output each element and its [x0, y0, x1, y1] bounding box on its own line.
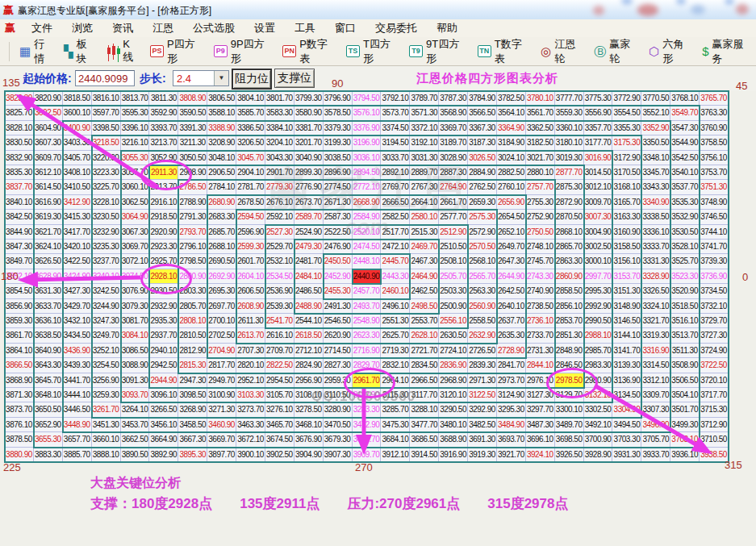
menu-item-7[interactable]: 窗口: [325, 19, 365, 37]
grid-cell: 2546.50: [324, 314, 353, 328]
toolbar-item-P四方形[interactable]: PSP四方形: [150, 37, 203, 66]
menu-item-8[interactable]: 交易委托: [365, 19, 427, 37]
toolbar-item-T四方形[interactable]: TST四方形: [346, 37, 398, 66]
start-price-input[interactable]: [75, 70, 135, 86]
grid-cell: 3374.50: [381, 121, 410, 135]
grid-cell: 2522.50: [324, 225, 353, 240]
grid-cell: 2976.10: [526, 373, 555, 388]
support-button[interactable]: 支撑位: [274, 69, 315, 88]
grid-cell: 2750.50: [526, 225, 555, 240]
grid-cell: 3652.90: [34, 418, 63, 432]
toolbar-item-行情[interactable]: ▦行情: [19, 37, 52, 66]
grid-cell: 2503.30: [439, 284, 468, 298]
toolbar-item-9P四方形[interactable]: P99P四方形: [214, 37, 271, 66]
toolbar-item-K线[interactable]: K线: [107, 38, 140, 65]
grid-cell: 3638.50: [34, 328, 63, 343]
menu-item-5[interactable]: 设置: [244, 19, 285, 37]
grid-cell: 3873.70: [5, 402, 34, 417]
grid-cell: 3408.10: [63, 165, 92, 180]
grid-cell: 3914.50: [410, 448, 439, 462]
grid-cell: 2918.50: [149, 210, 178, 224]
menu-item-3[interactable]: 江恩: [143, 19, 183, 37]
toolbar-item-9T四方形[interactable]: T99T四方形: [409, 37, 466, 66]
grid-cell: 3780.10: [526, 91, 555, 106]
grid-cell: 3883.30: [34, 448, 63, 462]
grid-cell: 3031.30: [410, 151, 439, 165]
grid-cell: 2565.70: [468, 269, 497, 284]
grid-cell: 3364.90: [497, 121, 526, 135]
grid-cell: 3489.70: [555, 418, 584, 432]
toolbar-item-赢家服务[interactable]: $赢家服务: [702, 37, 750, 66]
grid-cell: 3432.10: [63, 314, 92, 328]
grid-cell: 2673.70: [294, 195, 324, 210]
menu-item-6[interactable]: 工具: [285, 19, 325, 37]
grid-cell: 2656.90: [497, 195, 526, 210]
toolbar-item-label: 行情: [34, 37, 52, 66]
grid-cell: 3328.90: [641, 269, 670, 284]
grid-cell: 3218.50: [92, 135, 121, 150]
grid-cell: 2479.30: [294, 240, 324, 254]
grid-cell: 2904.10: [236, 165, 265, 180]
resistance-button[interactable]: 阻力位: [232, 69, 272, 90]
grid-cell: 2719.30: [381, 344, 410, 358]
grid-cell: 2791.30: [178, 210, 207, 224]
grid-cell: 3650.50: [34, 402, 63, 417]
grid-cell: 3501.70: [670, 402, 700, 417]
toolbar-item-六角形[interactable]: ⬡六角形: [649, 37, 691, 66]
menu-item-1[interactable]: 浏览: [62, 19, 102, 37]
toolbar-item-P数字表[interactable]: PNP数字表: [282, 37, 335, 66]
grid-cell: 3295.30: [497, 402, 526, 417]
grid-cell: 2623.30: [353, 328, 382, 343]
menu-item-0[interactable]: 文件: [22, 19, 62, 37]
toolbar-item-赢家轮[interactable]: Ⓑ赢家轮: [594, 37, 637, 66]
sector-blocks-icon: ▚: [64, 45, 73, 58]
grid-cell: 3127.30: [526, 388, 555, 402]
menu-item-2[interactable]: 资讯: [102, 19, 143, 37]
TN-badge-icon: TN: [478, 45, 491, 57]
grid-cell: 2601.70: [236, 254, 265, 269]
grid-cell: 3465.70: [265, 418, 294, 432]
grid-cell: 2596.90: [236, 225, 265, 240]
grid-cell: 2649.70: [497, 240, 526, 254]
grid-cell: 3252.10: [92, 344, 121, 358]
grid-cell: 2647.30: [497, 254, 526, 269]
toolbar-item-T数字表[interactable]: TNT数字表: [478, 37, 529, 66]
grid-cell: 2954.50: [265, 373, 294, 388]
grid-cell: 2460.10: [381, 284, 410, 298]
grid-cell: 2733.70: [526, 328, 555, 343]
grid-cell: 3612.10: [34, 165, 63, 180]
combo-arrow-icon[interactable]: ▼: [214, 71, 228, 85]
grid-cell: 3681.70: [353, 432, 382, 447]
grid-cell: 2913.70: [149, 180, 178, 194]
menu-item-4[interactable]: 公式选股: [183, 19, 244, 37]
grid-cell: 3669.70: [207, 432, 236, 447]
grid-cell: 3609.70: [34, 151, 63, 165]
grid-cell: 3254.50: [92, 358, 121, 373]
menu-items: 文件浏览资讯江恩公式选股设置工具窗口交易委托帮助: [22, 19, 467, 37]
grid-cell: 3664.90: [149, 432, 178, 447]
menu-item-9[interactable]: 帮助: [427, 19, 467, 37]
step-combobox[interactable]: 2.4 ▼: [173, 70, 229, 86]
grid-cell: 3060.10: [121, 180, 150, 194]
grid-cell: 3564.10: [497, 106, 526, 120]
toolbar-item-板块[interactable]: ▚板块: [64, 37, 95, 66]
grid-cell: 3266.50: [149, 402, 178, 417]
grid-cell: 3667.30: [178, 432, 207, 447]
angle-label-90: 90: [332, 77, 343, 90]
grid-cell: 2793.70: [178, 225, 207, 240]
grid-cell: 3916.90: [439, 448, 468, 462]
grid-cell: 3093.70: [121, 388, 150, 402]
grid-cell: 2988.10: [584, 328, 613, 343]
grid-cell: 3499.30: [670, 418, 700, 432]
grid-cell: 3705.70: [641, 432, 670, 447]
grid-cell: 2440.90: [353, 269, 382, 284]
grid-cell: 3580.90: [294, 106, 324, 120]
grid-cell: 3849.70: [5, 254, 34, 269]
grid-cell: 3261.70: [92, 402, 121, 417]
grid-cell: 2844.10: [526, 358, 555, 373]
toolbar-item-label: 六角形: [662, 37, 691, 66]
toolbar-item-江恩轮[interactable]: ◎江恩轮: [541, 37, 583, 66]
grid-cell: 3156.10: [612, 254, 641, 269]
grid-cell: 3583.30: [265, 106, 294, 120]
grid-cell: 2985.70: [584, 344, 613, 358]
